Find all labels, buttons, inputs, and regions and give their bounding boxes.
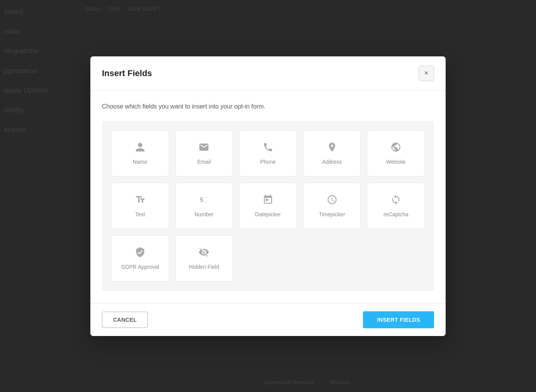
fields-area: Name Email (102, 121, 434, 291)
field-label-recaptcha: reCaptcha (383, 211, 409, 217)
close-button[interactable]: × (419, 66, 434, 81)
field-card-datepicker[interactable]: Datepicker (239, 183, 297, 229)
field-label-phone: Phone (260, 159, 276, 165)
insert-fields-button[interactable]: INSERT FIELDS (363, 311, 434, 328)
field-label-email: Email (197, 159, 211, 165)
eye-off-icon (198, 247, 209, 259)
calendar-icon (263, 194, 273, 207)
svg-text:5: 5 (200, 196, 204, 203)
field-label-timepicker: Timepicker (319, 211, 345, 217)
field-label-address: Address (322, 159, 342, 165)
globe-icon (390, 142, 401, 154)
field-card-number[interactable]: 5 Number (175, 183, 233, 229)
modal-overlay: Insert Fields × Choose which fields you … (0, 0, 536, 392)
modal-footer: CANCEL INSERT FIELDS (90, 303, 446, 336)
modal-body: Choose which fields you want to insert i… (90, 91, 446, 303)
field-card-text[interactable]: Text (111, 183, 169, 229)
modal-title: Insert Fields (102, 68, 152, 78)
field-card-name[interactable]: Name (111, 130, 169, 176)
field-label-text: Text (135, 211, 145, 217)
insert-fields-modal: Insert Fields × Choose which fields you … (90, 56, 446, 336)
location-icon (327, 142, 338, 154)
cancel-button[interactable]: CANCEL (102, 312, 148, 328)
fields-grid: Name Email (111, 130, 425, 282)
field-card-phone[interactable]: Phone (239, 130, 297, 176)
field-card-website[interactable]: Website (367, 130, 425, 176)
field-label-datepicker: Datepicker (255, 211, 281, 217)
email-icon (198, 142, 209, 154)
number-icon: 5 (198, 194, 209, 207)
modal-subtitle: Choose which fields you want to insert i… (102, 103, 434, 110)
field-card-email[interactable]: Email (175, 130, 233, 176)
field-label-gdpr: GDPR Approval (121, 264, 159, 270)
field-card-gdpr[interactable]: GDPR Approval (111, 235, 169, 282)
field-label-hidden: Hidden Field (189, 264, 219, 270)
phone-icon (263, 142, 273, 154)
recaptcha-icon (390, 194, 401, 207)
modal-header: Insert Fields × (90, 56, 446, 91)
person-icon (135, 142, 146, 154)
field-card-hidden[interactable]: Hidden Field (175, 235, 233, 282)
field-card-recaptcha[interactable]: reCaptcha (367, 183, 425, 229)
field-card-timepicker[interactable]: Timepicker (303, 183, 361, 229)
field-label-name: Name (133, 159, 147, 165)
field-label-number: Number (194, 211, 214, 217)
shield-check-icon (135, 247, 146, 259)
field-label-website: Website (386, 159, 405, 165)
clock-icon (327, 194, 338, 207)
field-card-address[interactable]: Address (303, 130, 361, 176)
text-icon (135, 194, 146, 207)
